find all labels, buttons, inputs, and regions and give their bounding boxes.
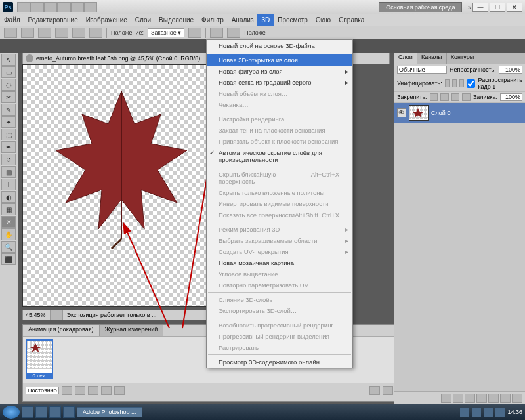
menu-справка[interactable]: Справка bbox=[335, 14, 368, 26]
menu-item[interactable]: Автоматическое скрытие слоёв для произво… bbox=[207, 147, 352, 165]
next-frame-button[interactable] bbox=[101, 386, 112, 395]
expand-icon[interactable]: » bbox=[467, 4, 471, 11]
tool-10[interactable]: T bbox=[1, 178, 16, 190]
close-button[interactable]: ✕ bbox=[507, 3, 522, 12]
trash-icon[interactable] bbox=[512, 394, 522, 403]
tool-preset-icon[interactable] bbox=[4, 28, 17, 38]
tool-2[interactable]: ◌ bbox=[1, 79, 16, 91]
menu-просмотр[interactable]: Просмотр bbox=[274, 14, 312, 26]
prev-frame-button[interactable] bbox=[75, 386, 85, 395]
loop-select[interactable]: Постоянно bbox=[26, 387, 59, 394]
maximize-button[interactable]: ☐ bbox=[490, 3, 505, 12]
group-icon[interactable] bbox=[488, 394, 499, 403]
tool-14[interactable]: ✋ bbox=[1, 228, 16, 240]
tool-icon[interactable] bbox=[38, 28, 51, 38]
tool-12[interactable]: ▦ bbox=[1, 203, 16, 215]
tool-16[interactable]: ⬛ bbox=[1, 253, 16, 265]
new-frame-button[interactable] bbox=[383, 386, 393, 395]
menu-фильтр[interactable]: Фильтр bbox=[198, 14, 228, 26]
lock-all-icon[interactable] bbox=[462, 93, 471, 101]
tool-8[interactable]: ↺ bbox=[1, 154, 16, 165]
menu-окно[interactable]: Окно bbox=[312, 14, 335, 26]
tool-4[interactable]: ✎ bbox=[1, 104, 16, 116]
tool-5[interactable]: ✦ bbox=[1, 116, 16, 128]
volume-icon[interactable] bbox=[495, 408, 505, 417]
minimize-button[interactable]: — bbox=[472, 3, 488, 12]
fill-input[interactable]: 100% bbox=[500, 93, 522, 101]
start-button[interactable] bbox=[3, 406, 20, 419]
adjustment-icon[interactable] bbox=[476, 394, 487, 403]
status-icon[interactable] bbox=[50, 310, 63, 320]
tween-button[interactable] bbox=[369, 386, 380, 395]
layer-name[interactable]: Слой 0 bbox=[431, 110, 450, 116]
tab-layers[interactable]: Слои bbox=[394, 52, 417, 64]
tool-15[interactable]: 🔍 bbox=[1, 241, 16, 253]
tool-13[interactable]: ☀ bbox=[1, 216, 16, 228]
eye-icon[interactable]: 👁 bbox=[397, 108, 406, 117]
explorer-icon[interactable] bbox=[22, 406, 33, 418]
link-layers-icon[interactable] bbox=[441, 394, 452, 403]
mini-bridge-icon[interactable] bbox=[30, 2, 43, 12]
doc-close-icon[interactable] bbox=[26, 54, 33, 62]
clock[interactable]: 14:36 bbox=[507, 409, 522, 415]
tab-channels[interactable]: Каналы bbox=[417, 52, 447, 64]
view-extras-icon[interactable] bbox=[44, 2, 57, 12]
first-frame-button[interactable] bbox=[62, 386, 72, 395]
tray-icon-3[interactable] bbox=[484, 408, 493, 417]
tool-0[interactable]: ↖ bbox=[1, 54, 16, 66]
tool-3[interactable]: ✂ bbox=[1, 91, 16, 103]
lock-image-icon[interactable] bbox=[440, 93, 449, 101]
tab-measure-log[interactable]: Журнал измерений bbox=[100, 325, 164, 336]
layer-thumb[interactable] bbox=[409, 105, 429, 121]
menu-item[interactable]: Новая 3D-открытка из слоя bbox=[207, 54, 352, 66]
tool-icon-4[interactable] bbox=[89, 28, 102, 38]
tab-animation[interactable]: Анимация (покадровая) bbox=[23, 325, 100, 336]
zoom-level-icon[interactable] bbox=[57, 2, 70, 12]
tool-9[interactable]: ▤ bbox=[1, 166, 16, 178]
workspace-switcher[interactable]: Основная рабочая среда bbox=[379, 2, 462, 12]
tool-1[interactable]: ▭ bbox=[1, 66, 16, 78]
menu-3d[interactable]: 3D bbox=[257, 14, 274, 26]
taskbar-app-photoshop[interactable]: Adobe Photoshop ... bbox=[77, 407, 142, 417]
last-frame-button[interactable] bbox=[114, 386, 125, 395]
new-layer-icon[interactable] bbox=[500, 394, 511, 403]
tab-paths[interactable]: Контуры bbox=[447, 52, 478, 64]
bridge-icon[interactable] bbox=[17, 2, 30, 12]
tool-11[interactable]: ◐ bbox=[1, 191, 16, 203]
menu-item[interactable]: Новый слой на основе 3D-файла… bbox=[207, 40, 352, 51]
opacity-input[interactable]: 100% bbox=[499, 66, 522, 74]
opt-icon[interactable] bbox=[188, 28, 201, 38]
screen-mode-icon[interactable] bbox=[84, 2, 97, 12]
tool-7[interactable]: ✒ bbox=[1, 141, 16, 153]
tool-home-icon[interactable] bbox=[21, 28, 34, 38]
unify-pos-icon[interactable] bbox=[445, 79, 450, 87]
menu-item[interactable]: Новая мозаичная картина bbox=[207, 257, 352, 268]
play-button[interactable] bbox=[88, 386, 98, 395]
zoom-value[interactable]: 45,45% bbox=[26, 312, 46, 318]
anim-frame-1[interactable]: 0 сек. bbox=[26, 339, 53, 379]
window-switcher-icon[interactable] bbox=[35, 406, 47, 418]
layer-row[interactable]: 👁 Слой 0 bbox=[394, 103, 525, 123]
tool-icon-2[interactable] bbox=[55, 28, 68, 38]
tool-6[interactable]: ⬚ bbox=[1, 129, 16, 140]
fx-icon[interactable] bbox=[453, 394, 463, 403]
gallery-icon[interactable] bbox=[63, 406, 75, 418]
menu-слои[interactable]: Слои bbox=[131, 14, 155, 26]
lock-pos-icon[interactable] bbox=[452, 93, 460, 101]
menu-item[interactable]: Новая фигура из слоя bbox=[207, 66, 352, 77]
menu-файл[interactable]: Файл bbox=[0, 14, 24, 26]
unify-style-icon[interactable] bbox=[459, 79, 464, 87]
position-preset[interactable]: Заказное ▾ bbox=[148, 28, 184, 37]
frame-duration[interactable]: 0 сек. bbox=[27, 373, 52, 379]
propagate-checkbox[interactable] bbox=[467, 79, 475, 88]
menu-выделение[interactable]: Выделение bbox=[155, 14, 198, 26]
tool-icon-3[interactable] bbox=[72, 28, 85, 38]
tray-icon[interactable] bbox=[460, 408, 469, 417]
opt-icon-3[interactable] bbox=[227, 28, 240, 38]
menu-редактирование[interactable]: Редактирование bbox=[24, 14, 82, 26]
mask-icon[interactable] bbox=[465, 394, 475, 403]
menu-анализ[interactable]: Анализ bbox=[228, 14, 258, 26]
menu-item[interactable]: Новая сетка из градаций серого bbox=[207, 77, 352, 88]
menu-изображение[interactable]: Изображение bbox=[82, 14, 131, 26]
lock-trans-icon[interactable] bbox=[430, 93, 438, 101]
